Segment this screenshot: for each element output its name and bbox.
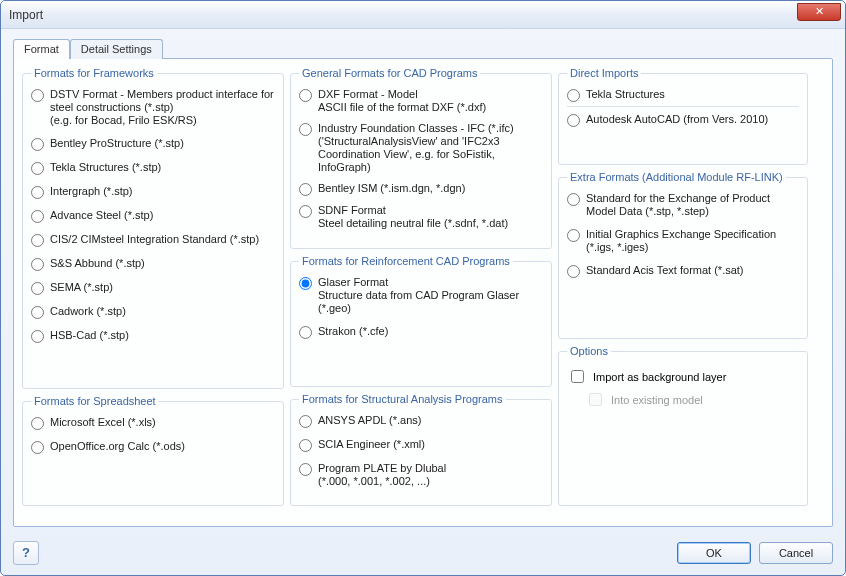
radio-hsb-cad[interactable]: HSB-Cad (*.stp) [31,329,275,343]
radio-tekla-direct[interactable]: Tekla Structures [567,88,799,102]
radio-plate[interactable]: Program PLATE by Dlubal (*.000, *.001, *… [299,462,543,488]
radio-dstv-input[interactable] [31,89,44,102]
radio-sdnf-input[interactable] [299,205,312,218]
radio-tekla-direct-input[interactable] [567,89,580,102]
radio-autocad[interactable]: Autodesk AutoCAD (from Vers. 2010) [567,113,799,127]
radio-intergraph[interactable]: Intergraph (*.stp) [31,185,275,199]
dialog-body: Format Detail Settings Formats for Frame… [1,29,845,535]
radio-ansys-input[interactable] [299,415,312,428]
window-title: Import [9,8,43,22]
help-icon: ? [22,545,30,560]
dialog-footer: ? OK Cancel [1,535,845,575]
group-reinforcement: Formats for Reinforcement CAD Programs G… [290,255,552,387]
checkbox-into-existing-label: Into existing model [611,394,703,406]
radio-intergraph-input[interactable] [31,186,44,199]
close-button[interactable]: ✕ [797,3,841,21]
radio-ss-abbund-input[interactable] [31,258,44,271]
radio-step-input[interactable] [567,193,580,206]
group-spreadsheet-legend: Formats for Spreadsheet [31,395,159,407]
radio-openoffice[interactable]: OpenOffice.org Calc (*.ods) [31,440,275,454]
group-extra: Extra Formats (Additional Module RF-LINK… [558,171,808,339]
radio-excel[interactable]: Microsoft Excel (*.xls) [31,416,275,430]
radio-scia-input[interactable] [299,439,312,452]
radio-ifc-label: Industry Foundation Classes - IFC (*.ifc… [318,122,543,174]
checkbox-into-existing-input [589,393,602,406]
radio-dstv-label: DSTV Format - Members product interface … [50,88,275,127]
radio-cadwork-input[interactable] [31,306,44,319]
tab-format[interactable]: Format [13,39,70,59]
radio-ifc[interactable]: Industry Foundation Classes - IFC (*.ifc… [299,122,543,174]
tabstrip: Format Detail Settings [13,39,833,59]
group-reinforcement-legend: Formats for Reinforcement CAD Programs [299,255,513,267]
radio-glaser-input[interactable] [299,277,312,290]
radio-plate-label: Program PLATE by Dlubal (*.000, *.001, *… [318,462,446,488]
group-spreadsheet: Formats for Spreadsheet Microsoft Excel … [22,395,284,506]
tab-detail-settings[interactable]: Detail Settings [70,39,163,59]
titlebar: Import ✕ [1,1,845,29]
radio-cis2-input[interactable] [31,234,44,247]
column-3: Direct Imports Tekla Structures Autodesk… [558,67,808,506]
ok-button[interactable]: OK [677,542,751,564]
checkbox-background-layer[interactable]: Import as background layer [567,367,799,386]
group-options-legend: Options [567,345,611,357]
radio-cis2[interactable]: CIS/2 CIMsteel Integration Standard (*.s… [31,233,275,247]
radio-sdnf[interactable]: SDNF Format Steel detailing neutral file… [299,204,543,230]
radio-iges-input[interactable] [567,229,580,242]
radio-ansys[interactable]: ANSYS APDL (*.ans) [299,414,543,428]
radio-dstv[interactable]: DSTV Format - Members product interface … [31,88,275,127]
radio-sema[interactable]: SEMA (*.stp) [31,281,275,295]
group-cad-legend: General Formats for CAD Programs [299,67,480,79]
radio-glaser-label: Glaser Format Structure data from CAD Pr… [318,276,543,315]
radio-dxf-input[interactable] [299,89,312,102]
divider [567,106,799,107]
help-button[interactable]: ? [13,541,39,565]
radio-sdnf-label: SDNF Format Steel detailing neutral file… [318,204,508,230]
group-direct: Direct Imports Tekla Structures Autodesk… [558,67,808,165]
radio-ss-abbund[interactable]: S&S Abbund (*.stp) [31,257,275,271]
radio-sat-input[interactable] [567,265,580,278]
group-extra-legend: Extra Formats (Additional Module RF-LINK… [567,171,786,183]
radio-openoffice-input[interactable] [31,441,44,454]
radio-scia[interactable]: SCIA Engineer (*.xml) [299,438,543,452]
radio-ifc-input[interactable] [299,123,312,136]
radio-advance-steel[interactable]: Advance Steel (*.stp) [31,209,275,223]
radio-tekla-stp[interactable]: Tekla Structures (*.stp) [31,161,275,175]
radio-hsb-cad-input[interactable] [31,330,44,343]
radio-dxf[interactable]: DXF Format - Model ASCII file of the for… [299,88,543,114]
radio-strakon[interactable]: Strakon (*.cfe) [299,325,543,339]
radio-sema-input[interactable] [31,282,44,295]
radio-advance-steel-input[interactable] [31,210,44,223]
group-frameworks-legend: Formats for Frameworks [31,67,157,79]
checkbox-background-layer-input[interactable] [571,370,584,383]
checkbox-into-existing: Into existing model [585,390,799,409]
group-options: Options Import as background layer Into … [558,345,808,506]
tab-content-format: Formats for Frameworks DSTV Format - Mem… [13,58,833,527]
radio-bentley-prostructure[interactable]: Bentley ProStructure (*.stp) [31,137,275,151]
column-2: General Formats for CAD Programs DXF For… [290,67,552,506]
column-1: Formats for Frameworks DSTV Format - Mem… [22,67,284,506]
radio-step[interactable]: Standard for the Exchange of Product Mod… [567,192,799,218]
import-dialog: Import ✕ Format Detail Settings Formats … [0,0,846,576]
radio-strakon-input[interactable] [299,326,312,339]
checkbox-background-layer-label: Import as background layer [593,371,726,383]
group-direct-legend: Direct Imports [567,67,641,79]
radio-excel-input[interactable] [31,417,44,430]
radio-bentley-prostructure-input[interactable] [31,138,44,151]
radio-bentley-ism[interactable]: Bentley ISM (*.ism.dgn, *.dgn) [299,182,543,196]
radio-cadwork[interactable]: Cadwork (*.stp) [31,305,275,319]
radio-plate-input[interactable] [299,463,312,476]
group-structural: Formats for Structural Analysis Programs… [290,393,552,506]
group-cad: General Formats for CAD Programs DXF For… [290,67,552,249]
radio-dxf-label: DXF Format - Model ASCII file of the for… [318,88,486,114]
radio-glaser[interactable]: Glaser Format Structure data from CAD Pr… [299,276,543,315]
radio-tekla-stp-input[interactable] [31,162,44,175]
radio-sat[interactable]: Standard Acis Text format (*.sat) [567,264,799,278]
radio-bentley-ism-input[interactable] [299,183,312,196]
radio-autocad-input[interactable] [567,114,580,127]
cancel-button[interactable]: Cancel [759,542,833,564]
group-frameworks: Formats for Frameworks DSTV Format - Mem… [22,67,284,389]
group-structural-legend: Formats for Structural Analysis Programs [299,393,506,405]
radio-iges[interactable]: Initial Graphics Exchange Specification … [567,228,799,254]
